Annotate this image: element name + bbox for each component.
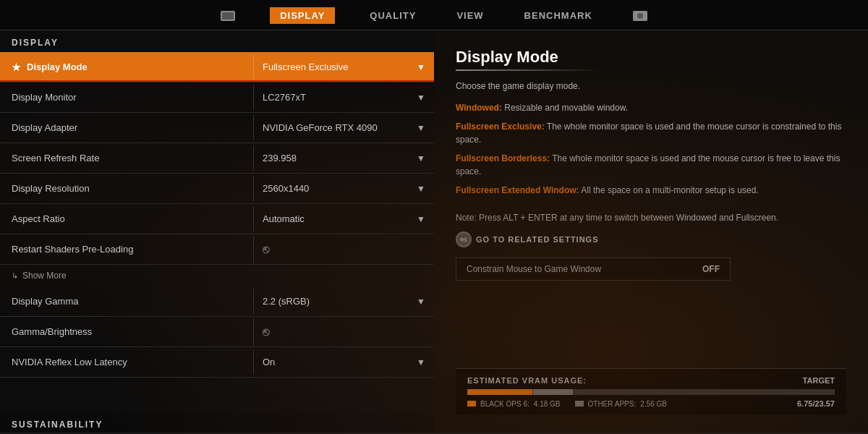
setting-row-screen-refresh-rate[interactable]: Screen Refresh Rate 239.958 ▼ <box>0 143 434 174</box>
vram-bar-black-ops <box>467 389 532 395</box>
setting-value-restart-shaders[interactable]: ⎋ <box>253 236 434 263</box>
setting-row-restart-shaders[interactable]: Restart Shaders Pre-Loading ⎋ <box>0 234 434 265</box>
setting-label-display-resolution: Display Resolution <box>0 176 253 201</box>
settings-list: ★ Display Mode Fullscreen Exclusive ▼ Di… <box>0 52 434 414</box>
setting-label-gamma-brightness: Gamma/Brightness <box>0 319 253 344</box>
section-sustainability-header: SUSTAINABILITY <box>0 414 434 433</box>
arrow-icon: ↳ <box>12 271 18 281</box>
detail-description: Choose the game display mode. <box>456 81 846 91</box>
svg-point-3 <box>637 13 643 19</box>
nav-quality-label: QUALITY <box>370 10 416 21</box>
star-icon: ★ <box>12 61 21 73</box>
chevron-down-icon: ▼ <box>417 123 425 133</box>
detail-note: Note: Press ALT + ENTER at any time to s… <box>456 213 846 223</box>
right-panel: Display Mode Choose the game display mod… <box>434 30 868 433</box>
chevron-down-icon: ▼ <box>417 357 425 367</box>
setting-row-display-adapter[interactable]: Display Adapter NVIDIA GeForce RTX 4090 … <box>0 113 434 143</box>
setting-row-aspect-ratio[interactable]: Aspect Ratio Automatic ▼ <box>0 204 434 234</box>
svg-rect-1 <box>222 12 234 20</box>
setting-value-display-gamma[interactable]: 2.2 (sRGB) ▼ <box>253 289 434 314</box>
legend-color-other <box>575 401 584 407</box>
detail-option-windowed: Windowed: Resizable and movable window. <box>456 101 846 114</box>
setting-row-gamma-brightness[interactable]: Gamma/Brightness ⎋ <box>0 317 434 347</box>
vram-section: ESTIMATED VRAM USAGE: TARGET BLACK OPS 6… <box>456 368 846 415</box>
setting-row-nvidia-reflex[interactable]: NVIDIA Reflex Low Latency On ▼ <box>0 347 434 378</box>
nav-item-icon-right <box>627 8 653 24</box>
external-link-icon: ⎋ <box>263 243 270 256</box>
setting-row-display-gamma[interactable]: Display Gamma 2.2 (sRGB) ▼ <box>0 286 434 317</box>
setting-row-display-mode[interactable]: ★ Display Mode Fullscreen Exclusive ▼ <box>0 52 434 82</box>
left-panel: DISPLAY ★ Display Mode Fullscreen Exclus… <box>0 30 434 433</box>
setting-value-nvidia-reflex[interactable]: On ▼ <box>253 349 434 375</box>
nav-item-benchmark[interactable]: BENCHMARK <box>519 7 598 24</box>
setting-value-aspect-ratio[interactable]: Automatic ▼ <box>253 206 434 231</box>
detail-title: Display Mode <box>456 48 846 67</box>
detail-option-fullscreen-exclusive: Fullscreen Exclusive: The whole monitor … <box>456 120 846 146</box>
chevron-down-icon: ▼ <box>417 214 425 224</box>
top-navigation: DISPLAY QUALITY VIEW BENCHMARK <box>0 0 868 30</box>
setting-label-restart-shaders: Restart Shaders Pre-Loading <box>0 237 253 262</box>
setting-value-screen-refresh-rate[interactable]: 239.958 ▼ <box>253 145 434 171</box>
setting-value-display-monitor[interactable]: LC2767xT ▼ <box>253 85 434 110</box>
show-more-label: Show More <box>22 271 67 281</box>
goto-settings-label: GO TO RELATED SETTINGS <box>476 235 599 244</box>
nav-item-icon-left <box>215 8 241 24</box>
setting-label-aspect-ratio: Aspect Ratio <box>0 206 253 231</box>
setting-label-display-mode: ★ Display Mode <box>0 54 253 80</box>
setting-label-screen-refresh-rate: Screen Refresh Rate <box>0 145 253 171</box>
chevron-down-icon: ▼ <box>417 62 425 72</box>
chevron-down-icon: ▼ <box>417 184 425 194</box>
setting-value-display-resolution[interactable]: 2560x1440 ▼ <box>253 176 434 201</box>
detail-underline <box>456 69 600 71</box>
goto-settings-row[interactable]: RS GO TO RELATED SETTINGS <box>456 231 846 247</box>
setting-row-display-monitor[interactable]: Display Monitor LC2767xT ▼ <box>0 82 434 113</box>
main-container: DISPLAY ★ Display Mode Fullscreen Exclus… <box>0 30 868 433</box>
setting-label-display-monitor: Display Monitor <box>0 85 253 110</box>
vram-label: ESTIMATED VRAM USAGE: <box>467 376 587 385</box>
chevron-down-icon: ▼ <box>417 93 425 103</box>
setting-label-nvidia-reflex: NVIDIA Reflex Low Latency <box>0 349 253 375</box>
vram-bar-other-apps <box>533 389 573 395</box>
show-more-row[interactable]: ↳ Show More <box>0 265 434 286</box>
setting-row-display-resolution[interactable]: Display Resolution 2560x1440 ▼ <box>0 174 434 204</box>
setting-value-gamma-brightness[interactable]: ⎋ <box>253 318 434 346</box>
constrain-mouse-row[interactable]: Constrain Mouse to Game Window OFF <box>456 258 731 281</box>
chevron-down-icon: ▼ <box>417 153 425 163</box>
vram-header: ESTIMATED VRAM USAGE: TARGET <box>467 376 835 385</box>
nav-item-quality[interactable]: QUALITY <box>364 7 422 24</box>
vram-legend-other: OTHER APPS: 2.56 GB <box>575 400 667 408</box>
setting-label-display-gamma: Display Gamma <box>0 289 253 314</box>
nav-benchmark-label: BENCHMARK <box>524 10 592 21</box>
detail-option-fullscreen-extended: Fullscreen Extended Window: All the spac… <box>456 184 846 197</box>
setting-label-display-adapter: Display Adapter <box>0 115 253 140</box>
vram-legend-black-ops: BLACK OPS 6: 4.18 GB <box>467 400 561 408</box>
constrain-mouse-value: OFF <box>702 264 720 274</box>
nav-view-label: VIEW <box>456 10 483 21</box>
chevron-down-icon: ▼ <box>417 297 425 307</box>
vram-total: 6.75/23.57 <box>797 399 835 408</box>
vram-legend: BLACK OPS 6: 4.18 GB OTHER APPS: 2.56 GB… <box>467 399 835 408</box>
setting-value-display-adapter[interactable]: NVIDIA GeForce RTX 4090 ▼ <box>253 115 434 140</box>
detail-option-fullscreen-borderless: Fullscreen Borderless: The whole monitor… <box>456 152 846 178</box>
external-link-icon: ⎋ <box>263 326 270 339</box>
nav-item-display[interactable]: DISPLAY <box>270 7 335 24</box>
ps-button-icon: RS <box>456 231 472 247</box>
vram-target-label: TARGET <box>803 376 835 385</box>
nav-display-label: DISPLAY <box>280 10 325 21</box>
nav-item-view[interactable]: VIEW <box>451 7 489 24</box>
legend-color-black-ops <box>467 401 476 407</box>
setting-value-display-mode[interactable]: Fullscreen Exclusive ▼ <box>253 54 434 80</box>
vram-bar <box>467 389 835 395</box>
section-display-header: DISPLAY <box>0 30 434 52</box>
constrain-mouse-label: Constrain Mouse to Game Window <box>467 264 601 274</box>
